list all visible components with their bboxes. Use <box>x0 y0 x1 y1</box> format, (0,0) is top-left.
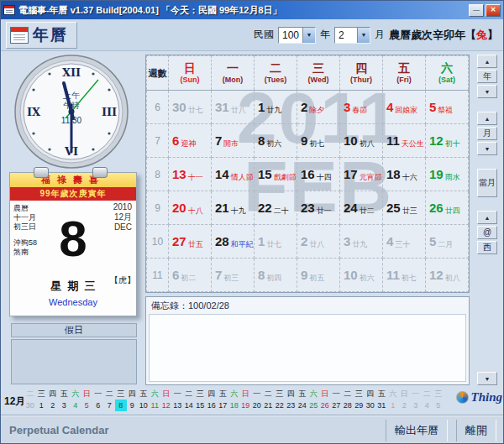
day-cell[interactable]: 7開市 <box>212 124 255 158</box>
mini-day[interactable]: 12 <box>160 400 172 411</box>
day-cell[interactable]: 31廿八 <box>212 91 255 124</box>
mini-day[interactable]: 9 <box>127 400 139 411</box>
day-cell[interactable]: 15戲劇節 <box>255 158 297 191</box>
mini-day[interactable]: 25 <box>308 400 320 411</box>
mini-day[interactable]: 23 <box>286 400 297 411</box>
mini-day[interactable]: 29 <box>354 400 365 411</box>
mini-day[interactable]: 24 <box>297 400 308 411</box>
day-cell[interactable]: 9初七 <box>297 124 340 158</box>
at-button[interactable]: @ <box>477 226 497 239</box>
day-cell[interactable]: 11初七 <box>383 259 426 292</box>
mini-day[interactable]: 30 <box>365 400 376 411</box>
day-cell[interactable]: 5二月 <box>426 225 469 259</box>
day-cell[interactable]: 5祭祖 <box>426 91 469 124</box>
memo-text-area[interactable] <box>149 314 466 382</box>
mini-day[interactable]: 4 <box>70 400 81 411</box>
day-cell[interactable]: 14情人節 <box>212 158 255 191</box>
mini-day[interactable]: 19 <box>240 400 252 411</box>
mini-day[interactable]: 10 <box>138 400 150 411</box>
day-cell[interactable]: 4三十 <box>383 225 426 259</box>
day-cell[interactable]: 1廿七 <box>255 225 297 259</box>
western-button[interactable]: 西 <box>477 241 497 254</box>
mini-day[interactable]: 22 <box>274 400 286 411</box>
mini-day[interactable]: 13 <box>172 400 184 411</box>
day-cell[interactable]: 11天公生 <box>383 124 426 158</box>
day-cell[interactable]: 6初二 <box>169 259 212 292</box>
mini-day[interactable]: 17 <box>218 400 229 411</box>
day-cell[interactable]: 10初六 <box>340 259 383 292</box>
mini-day[interactable]: 6 <box>92 400 104 411</box>
mini-day[interactable]: 16 <box>206 400 218 411</box>
day-cell[interactable]: 28和平紀念日 <box>212 225 255 259</box>
day-cell[interactable]: 1廿九 <box>255 91 297 124</box>
mini-day[interactable]: 1 <box>36 400 48 411</box>
mini-day[interactable]: 30 <box>24 400 36 411</box>
export-calendar-button[interactable]: 輸出年曆 <box>386 420 448 441</box>
mini-day[interactable]: 18 <box>228 400 240 411</box>
day-cell[interactable]: 12初八 <box>426 259 469 292</box>
mini-day[interactable]: 4 <box>422 400 433 411</box>
mini-day[interactable]: 3 <box>410 400 422 411</box>
chevron-down-icon[interactable]: ▼ <box>357 28 370 43</box>
mini-day[interactable]: 5 <box>81 400 93 411</box>
month-down-button[interactable]: ▼ <box>477 142 497 155</box>
day-cell[interactable]: 19雨水 <box>426 158 469 191</box>
day-cell[interactable]: 30廿七 <box>169 91 212 124</box>
app-tab-yearly-calendar[interactable]: 年曆 <box>6 22 77 49</box>
month-select[interactable]: 2 ▼ <box>334 27 370 44</box>
mini-day[interactable]: 31 <box>376 400 388 411</box>
day-cell[interactable]: 17元宵節.. <box>340 158 383 191</box>
day-cell[interactable]: 22二十 <box>255 191 297 225</box>
year-down-button[interactable]: ▼ <box>477 85 497 98</box>
mini-day[interactable]: 1 <box>387 400 399 411</box>
scroll-down-button[interactable]: ▼ <box>477 372 497 385</box>
mini-day[interactable]: 20 <box>251 400 263 411</box>
day-cell[interactable]: 2廿八 <box>297 225 340 259</box>
day-cell[interactable]: 2除夕 <box>297 91 340 124</box>
mini-day[interactable]: 21 <box>263 400 275 411</box>
day-cell[interactable]: 10初八 <box>340 124 383 158</box>
minimize-button[interactable]: — <box>469 4 484 17</box>
day-cell[interactable]: 12初十 <box>426 124 469 158</box>
mini-day[interactable]: 26 <box>319 400 331 411</box>
month-up-button[interactable]: ▲ <box>477 112 497 125</box>
day-cell[interactable]: 25廿三 <box>383 191 426 225</box>
month-button[interactable]: 月 <box>477 127 497 140</box>
day-cell[interactable]: 4回娘家 <box>383 91 426 124</box>
exit-button[interactable]: 離開 <box>456 420 496 441</box>
day-cell[interactable]: 3春節 <box>340 91 383 124</box>
mini-day[interactable]: 2 <box>399 400 411 411</box>
mini-day[interactable]: 3 <box>59 400 71 411</box>
day-cell[interactable]: 20十八 <box>169 191 212 225</box>
mini-day[interactable]: 14 <box>183 400 195 411</box>
day-cell[interactable]: 8初六 <box>255 124 297 158</box>
mini-day[interactable]: 11 <box>150 400 161 411</box>
day-cell[interactable]: 27廿五 <box>169 225 212 259</box>
day-cell[interactable]: 6迎神 <box>169 124 212 158</box>
mini-day-today[interactable]: 8 <box>115 400 127 411</box>
day-cell[interactable]: 26廿四 <box>426 191 469 225</box>
day-cell[interactable]: 7初三 <box>212 259 255 292</box>
mini-day[interactable]: 27 <box>331 400 343 411</box>
scroll-up-button[interactable]: ▲ <box>477 211 497 224</box>
day-cell[interactable]: 16十四 <box>297 158 340 191</box>
mini-day[interactable]: 7 <box>104 400 116 411</box>
day-cell[interactable]: 13十一 <box>169 158 212 191</box>
day-cell[interactable]: 24廿二 <box>340 191 383 225</box>
day-cell[interactable]: 18十六 <box>383 158 426 191</box>
chevron-down-icon[interactable]: ▼ <box>302 28 315 43</box>
year-up-button[interactable]: ▲ <box>477 55 497 68</box>
mini-day[interactable]: 15 <box>195 400 207 411</box>
mini-day[interactable]: 5 <box>433 400 444 411</box>
mini-day[interactable]: 28 <box>342 400 354 411</box>
day-cell[interactable]: 3廿九 <box>340 225 383 259</box>
day-cell[interactable]: 21十九 <box>212 191 255 225</box>
close-button[interactable]: ✕ <box>486 4 501 17</box>
year-button[interactable]: 年 <box>477 70 497 83</box>
day-cell[interactable]: 9初五 <box>297 259 340 292</box>
mini-day[interactable]: 2 <box>47 400 59 411</box>
day-cell[interactable]: 23廿一 <box>297 191 340 225</box>
year-select[interactable]: 100 ▼ <box>278 27 316 44</box>
day-cell[interactable]: 8初四 <box>255 259 297 292</box>
current-month-button[interactable]: 當月 <box>477 169 497 197</box>
